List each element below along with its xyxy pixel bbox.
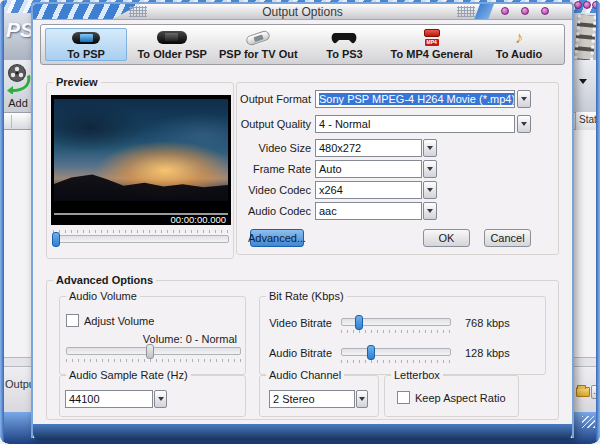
video-codec-combo[interactable]: x264 [315,181,422,199]
app-logo: PS [6,18,34,42]
keep-aspect-ratio-checkbox[interactable] [397,391,410,404]
music-note-icon: ♪ [515,29,524,46]
audio-channel-combo[interactable]: 2 Stereo [269,390,355,408]
output-quality-dropdown-arrow[interactable] [517,115,531,133]
sample-rate-combo[interactable]: 44100 [65,390,153,408]
dialog-minimize-button[interactable] [501,7,509,15]
volume-tick-marks [66,359,241,362]
older-psp-device-icon [157,31,187,44]
audio-channel-group: Audio Channel 2 Stereo [259,375,379,417]
dialog-titlebar[interactable]: Output Options [33,4,572,20]
dialog-body: To PSP To Older PSP PSP for TV Out To PS… [33,20,572,424]
output-options-dialog: Output Options To PSP To Older PSP [31,2,574,438]
audio-bitrate-slider[interactable] [341,348,451,356]
audio-bitrate-ticks [341,360,451,363]
ps3-controller-icon [331,29,357,46]
output-folder-icon[interactable] [576,387,590,397]
tab-to-psp[interactable]: To PSP [45,28,127,61]
add-button-label[interactable]: Add [3,97,33,109]
psp-tv-device-icon [245,29,271,46]
output-format-label: Output Format [37,93,311,105]
titlebar-dots-decoration [457,6,475,17]
profile-tabbar: To PSP To Older PSP PSP for TV Out To PS… [40,24,565,65]
audio-volume-group: Audio Volume Adjust Volume Volume: 0 - N… [59,296,246,375]
seek-tick-marks [53,230,229,233]
adjust-volume-label: Adjust Volume [84,315,154,327]
main-window-left-border [0,0,4,444]
dialog-close-button[interactable] [541,7,549,15]
add-file-icon[interactable] [5,62,31,98]
tab-to-older-psp[interactable]: To Older PSP [131,28,213,61]
ok-button[interactable]: OK [423,229,470,247]
output-format-dropdown-arrow[interactable] [517,90,531,108]
output-quality-label: Output Quality [37,118,311,130]
audio-codec-combo[interactable]: aac [315,202,422,220]
filmstrip-decoration-icon [574,14,597,60]
tab-psp-for-tv-out[interactable]: PSP for TV Out [217,28,299,61]
adjust-volume-checkbox[interactable] [66,314,79,327]
video-bitrate-thumb[interactable] [355,315,363,330]
status-column-header[interactable]: Status [575,112,597,130]
sample-rate-dropdown-arrow[interactable] [154,390,167,408]
audio-bitrate-thumb[interactable] [367,345,375,360]
seek-slider[interactable] [53,235,229,243]
video-size-dropdown-arrow[interactable] [423,139,437,157]
frame-rate-combo[interactable]: Auto [315,160,422,178]
advanced-options-group: Advanced Options Audio Volume Adjust Vol… [46,280,559,420]
tab-to-audio[interactable]: ♪ To Audio [478,28,560,61]
bit-rate-title: Bit Rate (Kbps) [266,290,347,302]
advanced-button[interactable]: Advanced... [250,229,304,247]
main-window-right-border [596,0,600,444]
audio-channel-title: Audio Channel [266,369,344,381]
video-codec-dropdown-arrow[interactable] [423,181,437,199]
frame-rate-label: Frame Rate [37,163,311,175]
sample-rate-title: Audio Sample Rate (Hz) [66,369,191,381]
audio-volume-title: Audio Volume [66,290,140,302]
audio-bitrate-value: 128 kbps [465,347,510,359]
mp4-file-icon: MP4 [422,29,442,46]
advanced-options-title: Advanced Options [53,274,156,286]
video-bitrate-ticks [341,330,451,333]
volume-value-label: Volume: 0 - Normal [143,333,237,345]
bit-rate-group: Bit Rate (Kbps) Video Bitrate 768 kbps A… [259,296,546,375]
dialog-maximize-button[interactable] [521,7,529,15]
tab-to-ps3[interactable]: To PS3 [303,28,385,61]
cancel-button[interactable]: Cancel [484,229,531,247]
video-codec-label: Video Codec [37,184,311,196]
psp-device-icon [72,32,100,44]
dialog-bottom-border [33,424,572,440]
volume-slider[interactable] [66,347,241,355]
tab-to-mp4-general[interactable]: MP4 To MP4 General [390,28,474,61]
resize-grip[interactable] [582,416,595,428]
sample-rate-group: Audio Sample Rate (Hz) 44100 [59,375,246,417]
video-size-label: Video Size [37,142,311,154]
main-maximize-button[interactable] [583,1,591,9]
titlebar-dots-decoration [129,6,147,17]
frame-rate-dropdown-arrow[interactable] [423,160,437,178]
video-size-combo[interactable]: 480x272 [315,139,422,157]
audio-bitrate-label: Audio Bitrate [260,347,332,359]
preview-group-title: Preview [53,76,101,88]
letterbox-title: Letterbox [391,369,443,381]
video-bitrate-value: 768 kbps [465,317,510,329]
seek-slider-thumb[interactable] [52,232,60,247]
video-bitrate-label: Video Bitrate [260,317,332,329]
keep-aspect-ratio-label: Keep Aspect Ratio [415,392,506,404]
video-bitrate-slider[interactable] [341,318,451,326]
output-format-combo[interactable]: Sony PSP MPEG-4 H264 Movie (*.mp4) [315,90,515,108]
main-minimize-button[interactable] [574,1,582,9]
letterbox-group: Letterbox Keep Aspect Ratio [384,375,519,417]
audio-channel-dropdown-arrow[interactable] [356,390,368,408]
screen: PS Add Status Output ... [0,0,600,444]
audio-codec-label: Audio Codec [37,205,311,217]
audio-codec-dropdown-arrow[interactable] [423,202,437,220]
output-quality-combo[interactable]: 4 - Normal [315,115,515,133]
volume-slider-thumb[interactable] [146,344,154,359]
profile-dropdown-caret-icon[interactable] [579,79,587,88]
